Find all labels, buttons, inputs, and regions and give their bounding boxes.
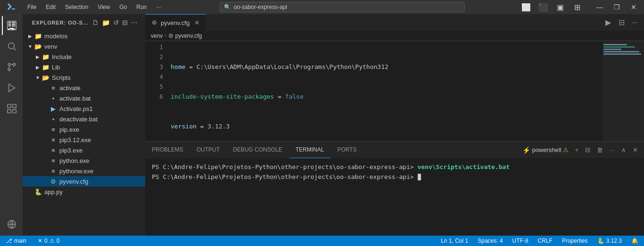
tree-label-app-py: app.py xyxy=(44,188,63,195)
panel-tab-ports[interactable]: PORTS xyxy=(330,142,363,158)
tree-item-scripts[interactable]: ▼ 📂 Scripts xyxy=(23,72,145,83)
tree-item-pip312-exe[interactable]: ▶ ≡ pip3.12.exe xyxy=(23,135,145,145)
terminal-trash-button[interactable]: 🗑 xyxy=(594,145,605,154)
file-icon-pip312-exe: ≡ xyxy=(49,136,58,144)
status-python[interactable]: 🐍 3.12.3 xyxy=(595,238,624,244)
tree-item-pythonw-exe[interactable]: ▶ ≡ pythonw.exe xyxy=(23,166,145,176)
tree-item-python-exe[interactable]: ▶ ≡ python.exe xyxy=(23,155,145,166)
tab-close-button[interactable]: ✕ xyxy=(193,19,201,26)
terminal-close-button[interactable]: ✕ xyxy=(630,145,640,154)
terminal-content[interactable]: PS C:\Andre-Felipe\Projetos-Python\other… xyxy=(145,158,644,236)
editor-area: ⚙ pyvenv.cfg ✕ ▶ ⊟ ··· venv › ⚙ pyvenv.c… xyxy=(145,14,644,236)
activity-extensions[interactable] xyxy=(2,99,21,118)
terminal-add-button[interactable]: + xyxy=(573,145,581,154)
svg-rect-9 xyxy=(13,104,16,108)
new-file-button[interactable]: 🗋 xyxy=(92,19,99,26)
status-errors[interactable]: ✕ 0 ⚠ 0 xyxy=(36,238,61,244)
file-tree: ▶ 📁 modelos ▼ 📂 venv ▶ 📁 Include ▶ xyxy=(23,31,145,236)
status-line-col[interactable]: Ln 1, Col 1 xyxy=(439,238,470,244)
svg-line-3 xyxy=(14,48,16,50)
tree-item-modelos[interactable]: ▶ 📁 modelos xyxy=(23,31,145,41)
menu-more[interactable]: ··· xyxy=(151,2,165,12)
menu-selection[interactable]: Selection xyxy=(60,2,93,12)
panel-tab-terminal[interactable]: TERMINAL xyxy=(289,142,331,158)
svg-point-2 xyxy=(8,43,15,49)
tree-item-pip3-exe[interactable]: ▶ ≡ pip3.exe xyxy=(23,145,145,155)
tree-label-lib: Lib xyxy=(52,64,60,71)
refresh-button[interactable]: ↺ xyxy=(113,19,119,26)
terminal-more-button[interactable]: ··· xyxy=(607,145,617,154)
terminal-prompt-1: PS C:\Andre-Felipe\Projetos-Python\other… xyxy=(152,163,418,170)
activity-explorer[interactable] xyxy=(2,16,21,35)
code-line-3: version = 3.12.3 xyxy=(171,121,602,131)
tree-label-pythonw-exe: pythonw.exe xyxy=(59,168,93,175)
tree-item-activate-ps1[interactable]: ▶ ▶ Activate.ps1 xyxy=(23,103,145,114)
activity-remote[interactable] xyxy=(2,215,21,234)
tree-item-lib[interactable]: ▶ 📁 Lib xyxy=(23,62,145,72)
layout-toggle-4[interactable]: ⊞ xyxy=(570,2,585,12)
breadcrumb-venv[interactable]: venv xyxy=(151,33,163,39)
menu-run[interactable]: Run xyxy=(132,2,151,12)
tree-item-include[interactable]: ▶ 📁 Include xyxy=(23,51,145,62)
status-branch[interactable]: ⎇ main xyxy=(4,238,28,244)
menu-edit[interactable]: Edit xyxy=(41,2,60,12)
new-folder-button[interactable]: 📁 xyxy=(102,19,110,26)
panel-tab-debug-console[interactable]: DEBUG CONSOLE xyxy=(226,142,289,158)
minimap-line-3 xyxy=(603,49,621,50)
sidebar-more-button[interactable]: ··· xyxy=(131,19,138,26)
tree-item-pip-exe[interactable]: ▶ ≡ pip.exe xyxy=(23,124,145,135)
layout-toggle-1[interactable]: ⬜ xyxy=(519,2,534,12)
status-eol[interactable]: CRLF xyxy=(536,238,554,244)
tab-more-button[interactable]: ··· xyxy=(629,17,640,28)
status-notifications[interactable]: 🔔 xyxy=(629,238,640,244)
tree-item-deactivate-bat[interactable]: ▶ ▪ deactivate.bat xyxy=(23,114,145,124)
tree-arrow-lib: ▶ xyxy=(34,65,41,70)
menu-view[interactable]: View xyxy=(93,2,115,12)
menu-file[interactable]: File xyxy=(23,2,41,12)
tree-item-activate[interactable]: ▶ ≡ activate xyxy=(23,83,145,93)
terminal-split-button[interactable]: ⊟ xyxy=(583,145,593,154)
folder-icon-modelos: 📁 xyxy=(34,33,42,40)
menu-go[interactable]: Go xyxy=(115,2,132,12)
titlebar: File Edit Selection View Go Run ··· 🔍 oo… xyxy=(0,0,644,14)
collapse-button[interactable]: ⊟ xyxy=(122,19,128,26)
split-editor-button[interactable]: ⊟ xyxy=(616,17,627,28)
sidebar-header-actions: 🗋 📁 ↺ ⊟ ··· xyxy=(92,19,138,26)
folder-icon-scripts: 📂 xyxy=(41,74,50,81)
maximize-button[interactable]: ❐ xyxy=(609,2,624,12)
python-version: 3.12.3 xyxy=(606,238,622,244)
file-icon-pyvenv-cfg: ⚙ xyxy=(49,178,58,185)
tab-pyvenv-cfg[interactable]: ⚙ pyvenv.cfg ✕ xyxy=(145,14,206,31)
tree-item-activate-bat[interactable]: ▶ ▪ activate.bat xyxy=(23,93,145,103)
code-content[interactable]: home = C:\Users\ADM\AppData\Local\Progra… xyxy=(169,41,602,141)
tree-label-scripts: Scripts xyxy=(52,74,71,81)
svg-rect-8 xyxy=(8,104,11,108)
spaces-text: Spaces: 4 xyxy=(478,238,503,244)
file-icon-pythonw-exe: ≡ xyxy=(49,168,58,175)
run-button[interactable]: ▶ xyxy=(603,17,614,28)
branch-name: main xyxy=(14,238,26,244)
status-language[interactable]: Properties xyxy=(560,238,590,244)
panel-tab-problems[interactable]: PROBLEMS xyxy=(145,142,190,158)
code-line-1: home = C:\Users\ADM\AppData\Local\Progra… xyxy=(171,62,602,72)
breadcrumb-sep-1: › xyxy=(165,33,166,38)
terminal-up-button[interactable]: ∧ xyxy=(619,145,628,154)
status-spaces[interactable]: Spaces: 4 xyxy=(476,238,504,244)
activity-debug[interactable] xyxy=(2,78,21,97)
code-editor[interactable]: 1 2 3 4 5 6 home = C:\Users\ADM\AppData\… xyxy=(145,41,644,141)
language-text: Properties xyxy=(562,238,588,244)
layout-toggle-2[interactable]: ⬛ xyxy=(536,2,551,12)
search-box[interactable]: 🔍 oo-sabor-express-api xyxy=(220,2,465,12)
layout-toggle-3[interactable]: ▣ xyxy=(553,2,568,12)
status-encoding[interactable]: UTF-8 xyxy=(511,238,530,244)
panel-tab-output[interactable]: OUTPUT xyxy=(190,142,226,158)
close-button[interactable]: ✕ xyxy=(626,2,641,12)
activity-search[interactable] xyxy=(2,37,21,56)
tree-item-pyvenv-cfg[interactable]: ▶ ⚙ pyvenv.cfg xyxy=(23,176,145,187)
tree-item-app-py[interactable]: ▶ 🐍 app.py xyxy=(23,187,145,197)
breadcrumb-file[interactable]: pyvenv.cfg xyxy=(175,33,202,39)
tree-item-venv[interactable]: ▼ 📂 venv xyxy=(23,41,145,51)
tree-label-activate-ps1: Activate.ps1 xyxy=(59,105,93,112)
minimize-button[interactable]: — xyxy=(592,2,607,12)
activity-source-control[interactable] xyxy=(2,58,21,76)
